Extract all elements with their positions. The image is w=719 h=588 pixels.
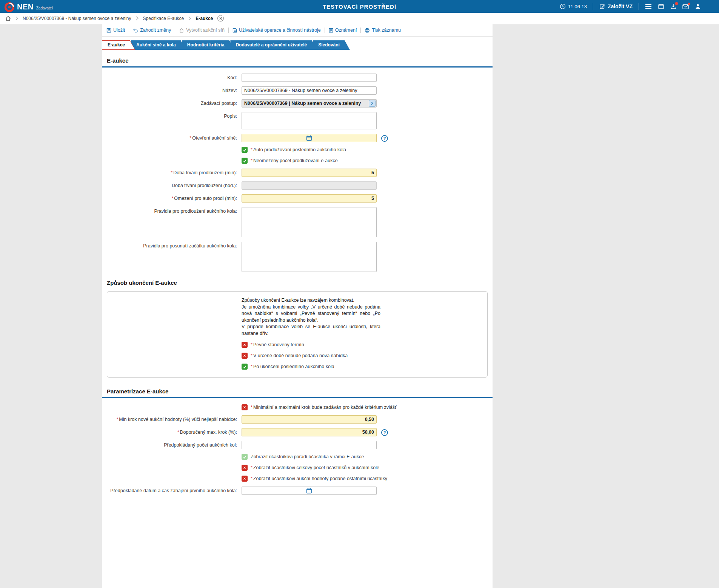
checkbox-crossed-icon[interactable] bbox=[242, 476, 248, 482]
checkbox-label: *Neomezený počet prodlužování e-aukce bbox=[251, 158, 338, 163]
tab-dodavatele-a-opravneni-uzivatele[interactable]: Dodavatelé a oprávnění uživatelé bbox=[230, 40, 317, 50]
checkbox-crossed-icon[interactable] bbox=[242, 404, 248, 410]
user-profile-button[interactable] bbox=[695, 3, 701, 9]
omezeni-auto-prodl-input[interactable] bbox=[242, 194, 377, 203]
breadcrumb: N006/25/V00007369 - Nákup semen ovoce a … bbox=[0, 13, 719, 24]
notices-button[interactable]: Oznámení bbox=[329, 28, 357, 33]
field-label: Pravidla pro posunutí začátku aukčního k… bbox=[102, 242, 242, 249]
tab-sledovani[interactable]: Sledování bbox=[313, 40, 350, 50]
clock-icon bbox=[560, 3, 566, 9]
calendar-button[interactable] bbox=[658, 3, 664, 9]
record-toolbar: Uložit Zahodit změny Vytvořit aukční síň bbox=[102, 24, 493, 37]
field-label: Předpokládaný počet aukčních kol: bbox=[102, 441, 242, 448]
pocet-kol-input[interactable] bbox=[242, 441, 377, 449]
tab-hodnotici-kriteria[interactable]: Hodnotící kritéria bbox=[182, 40, 235, 50]
checkbox-row-urcena-doba: *V určené době nebude podána nová nabídk… bbox=[242, 353, 487, 359]
help-icon[interactable]: ? bbox=[381, 429, 388, 436]
zadavaci-postup-field: N006/25/V00007369 | Nákup semen ovoce a … bbox=[242, 99, 377, 107]
home-button[interactable] bbox=[5, 16, 11, 21]
section-title-zpusob-ukonceni: Způsob ukončení E-aukce bbox=[102, 277, 493, 287]
divider bbox=[360, 28, 361, 33]
environment-title: TESTOVACÍ PROSTŘEDÍ bbox=[323, 3, 396, 10]
open-procedure-button[interactable] bbox=[369, 100, 376, 107]
nazev-input[interactable] bbox=[242, 86, 377, 95]
doporuceny-max-krok-input[interactable] bbox=[242, 428, 377, 436]
divider bbox=[639, 3, 639, 10]
e-aukce-form: Kód: Název: Zadávací postup: N006/25/V00… bbox=[102, 68, 493, 272]
close-tab-button[interactable] bbox=[217, 15, 224, 21]
form-row-pravidla-posunuti: Pravidla pro posunutí začátku aukčního k… bbox=[102, 242, 493, 272]
field-label: Pravidla pro prodloužení aukčního kola: bbox=[102, 207, 242, 214]
breadcrumb-item-current[interactable]: E-aukce bbox=[196, 16, 213, 21]
breadcrumb-item-procedure[interactable]: N006/25/V00007369 - Nákup semen ovoce a … bbox=[23, 16, 131, 21]
document-icon bbox=[232, 28, 237, 33]
checkbox-label: Zobrazit účastníkovi pořadí účastníka v … bbox=[251, 454, 364, 459]
doba-trvani-min-input[interactable] bbox=[242, 169, 377, 177]
doba-trvani-hod-input bbox=[242, 181, 377, 190]
brand-name: NEN bbox=[17, 3, 34, 11]
create-vz-button[interactable]: Založit VZ bbox=[599, 3, 633, 9]
save-button[interactable]: Uložit bbox=[106, 28, 125, 33]
menu-button[interactable] bbox=[645, 4, 652, 9]
form-row-zadavaci-postup: Zadávací postup: N006/25/V00007369 | Nák… bbox=[102, 99, 493, 107]
checkbox-crossed-icon[interactable] bbox=[242, 353, 248, 359]
form-row-min-krok: *Min krok nové aukční hodnoty (%) vůči n… bbox=[102, 415, 493, 424]
parametrizace-form: *Minimální a maximální krok bude zadáván… bbox=[102, 398, 493, 495]
form-row-pocet-kol: Předpokládaný počet aukčních kol: bbox=[102, 441, 493, 449]
messages-button[interactable] bbox=[682, 4, 689, 9]
form-row-doba-trvani-hod: Doba trvání prodloužení (hod.): bbox=[102, 181, 493, 190]
checkbox-row-zobrazit-pocet: *Zobrazit účastníkovi celkový počet účas… bbox=[242, 465, 493, 471]
checkbox-label: *V určené době nebude podána nová nabídk… bbox=[251, 353, 348, 358]
checkbox-checked-icon[interactable] bbox=[242, 364, 248, 370]
calendar-picker-icon[interactable] bbox=[306, 135, 312, 141]
checkbox-checked-icon[interactable] bbox=[242, 158, 248, 164]
kod-input[interactable] bbox=[242, 74, 377, 82]
divider bbox=[129, 28, 129, 33]
notification-badge bbox=[675, 2, 678, 5]
help-icon[interactable]: ? bbox=[381, 135, 388, 142]
person-icon bbox=[695, 3, 701, 9]
divider bbox=[228, 28, 229, 33]
field-label: Kód: bbox=[102, 74, 242, 80]
popis-textarea[interactable] bbox=[242, 112, 377, 129]
downloads-button[interactable] bbox=[670, 3, 676, 9]
field-label: *Otevření aukční síně: bbox=[102, 134, 242, 141]
edit-icon bbox=[599, 3, 605, 9]
min-krok-input[interactable] bbox=[242, 415, 377, 424]
notice-document-icon bbox=[329, 28, 333, 33]
discard-changes-button[interactable]: Zahodit změny bbox=[133, 28, 171, 33]
form-row-pravidla-prodlouzeni: Pravidla pro prodloužení aukčního kola: bbox=[102, 207, 493, 237]
field-label: Předpokládané datum a čas zahájení první… bbox=[102, 487, 242, 493]
checkbox-label: *Zobrazit účastníkovi aukční hodnoty pod… bbox=[251, 476, 387, 481]
user-operations-button[interactable]: Uživatelské operace a činnosti nástroje bbox=[232, 28, 321, 33]
form-row-omezeni-auto-prodl: *Omezení pro auto prodl (min): bbox=[102, 194, 493, 203]
checkbox-row-zobrazit-poradi: Zobrazit účastníkovi pořadí účastníka v … bbox=[242, 454, 493, 460]
field-label: Popis: bbox=[102, 112, 242, 119]
pravidla-posunuti-textarea[interactable] bbox=[242, 242, 377, 272]
checkbox-crossed-icon[interactable] bbox=[242, 342, 248, 348]
notification-badge bbox=[688, 3, 690, 5]
checkbox-label: *Minimální a maximální krok bude zadáván… bbox=[251, 405, 397, 410]
checkbox-checked-icon[interactable] bbox=[242, 147, 248, 153]
divider bbox=[325, 28, 325, 33]
calendar-picker-icon[interactable] bbox=[306, 488, 312, 494]
checkbox-crossed-icon[interactable] bbox=[242, 465, 248, 471]
nen-logo-icon bbox=[5, 2, 14, 12]
form-row-popis: Popis: bbox=[102, 112, 493, 129]
zpusob-ukonceni-info: Způsoby ukončení E-aukce lze navzájem ko… bbox=[242, 297, 380, 337]
close-icon bbox=[219, 17, 222, 20]
divider bbox=[175, 28, 175, 33]
form-row-datum-zahajeni: Předpokládané datum a čas zahájení první… bbox=[102, 487, 493, 495]
save-icon bbox=[106, 28, 111, 33]
brand[interactable]: NEN Zadavatel bbox=[5, 2, 53, 11]
tab-e-aukce[interactable]: E-aukce bbox=[102, 40, 135, 50]
breadcrumb-item-specification[interactable]: Specifikace E-aukce bbox=[143, 16, 184, 21]
checkbox-row-pevne-stanoveny-termin: *Pevně stanovený termín bbox=[242, 342, 487, 348]
undo-icon bbox=[133, 28, 138, 33]
time-value: 11:06:13 bbox=[568, 4, 587, 9]
chevron-right-icon bbox=[188, 16, 191, 20]
print-record-button[interactable]: Tisk záznamu bbox=[365, 28, 401, 33]
form-row-kod: Kód: bbox=[102, 74, 493, 82]
tab-aukcni-sine-a-kola[interactable]: Aukční síně a kola bbox=[131, 40, 186, 50]
pravidla-prodlouzeni-textarea[interactable] bbox=[242, 207, 377, 237]
